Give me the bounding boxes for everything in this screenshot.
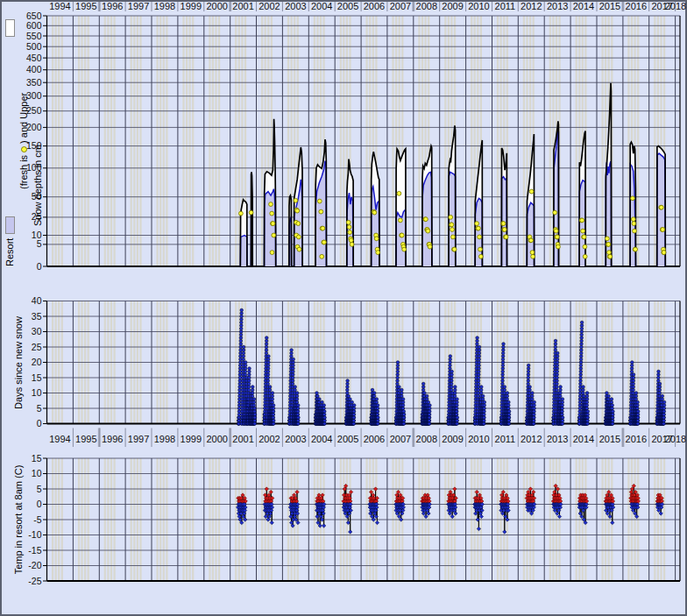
fresh-snow-dot — [452, 247, 457, 251]
y-tick-label: 5 — [37, 403, 42, 414]
fresh-snow-dot — [631, 217, 635, 222]
y-tick-label: 200 — [26, 122, 42, 132]
y-tick-label: 25 — [32, 211, 42, 222]
fresh-snow-dot — [478, 254, 483, 258]
snow-history-page: 0510255010015020025030035040045050055060… — [0, 0, 687, 616]
fresh-snow-dot — [399, 218, 403, 223]
y-tick-label: 150 — [26, 140, 42, 151]
y-tick-label: 550 — [26, 31, 42, 41]
fresh-snow-dot — [402, 247, 407, 251]
fresh-snow-dot — [478, 235, 482, 239]
fresh-snow-dot — [477, 226, 481, 230]
fresh-snow-dot — [271, 222, 275, 226]
fresh-snow-dot — [272, 233, 276, 237]
fresh-snow-dot — [296, 222, 301, 226]
year-label: 1996 — [102, 1, 123, 11]
y-tick-label: -25 — [28, 576, 41, 586]
year-label: 1994 — [49, 1, 70, 11]
fresh-snow-dot — [321, 226, 325, 230]
fresh-snow-dot — [269, 202, 273, 207]
fresh-snow-dot — [297, 235, 301, 239]
year-label: 1997 — [128, 434, 149, 444]
fresh-snow-dot — [451, 235, 456, 239]
top-year-band: 1994199519961997199819992000200120022003… — [49, 1, 686, 11]
year-label: 2008 — [416, 434, 437, 444]
fresh-snow-dot — [294, 198, 298, 202]
y-tick-label: 650 — [26, 11, 42, 21]
y-tick-label: 300 — [26, 90, 42, 101]
fresh-snow-dot — [450, 228, 455, 232]
year-label: 2013 — [547, 434, 568, 444]
y-tick-label: 600 — [26, 20, 42, 31]
temp-dot — [296, 520, 300, 524]
fresh-snow-dot — [606, 243, 611, 247]
year-label: 2002 — [259, 434, 280, 444]
fresh-snow-dot — [347, 225, 351, 230]
fresh-snow-dot — [501, 222, 506, 226]
resort-depth-fill — [579, 181, 585, 266]
fresh-snow-dot — [583, 254, 587, 258]
fresh-snow-dot — [607, 251, 612, 255]
fresh-snow-dot — [633, 229, 637, 233]
year-label: 1998 — [154, 1, 175, 11]
fresh-snow-dot — [631, 196, 635, 201]
y-tick-label: 0 — [37, 261, 42, 272]
fresh-snow-dot — [249, 210, 253, 215]
fresh-snow-dot — [554, 229, 558, 233]
fresh-snow-dot — [320, 254, 324, 258]
fresh-snow-dot — [270, 211, 274, 216]
y-tick-label: 20 — [32, 357, 42, 367]
fresh-snow-dot — [553, 210, 557, 215]
year-label: 2007 — [390, 1, 411, 11]
mid-year-band: 1994199519961997199819992000200120022003… — [49, 428, 686, 448]
year-label: 2000 — [206, 434, 227, 444]
fresh-snow-dot — [529, 238, 534, 243]
year-label: 2016 — [626, 434, 647, 444]
year-label: 2001 — [232, 434, 253, 444]
snow-season-2008 — [422, 146, 432, 266]
fresh-snow-dot — [478, 247, 483, 251]
year-label: 1999 — [181, 1, 202, 11]
year-label: 2011 — [495, 434, 516, 444]
fresh-snow-dot — [582, 235, 586, 239]
y-tick-label: 15 — [32, 372, 42, 383]
year-label: 2018 — [665, 1, 686, 11]
y-tick-label: 50 — [32, 191, 42, 202]
snow-season-2009 — [449, 125, 457, 266]
temp-dot — [349, 530, 352, 534]
year-label: 2008 — [416, 1, 437, 11]
year-label: 2014 — [573, 1, 594, 11]
year-label: 2006 — [364, 1, 385, 11]
year-label: 1995 — [75, 1, 96, 11]
year-label: 2003 — [285, 434, 306, 444]
fresh-snow-dot — [295, 209, 300, 213]
year-label: 2015 — [599, 434, 620, 444]
temp-dot — [270, 520, 273, 524]
fresh-snow-dot — [270, 251, 274, 255]
y-tick-label: 10 — [32, 468, 42, 478]
fresh-snow-dot — [581, 229, 585, 233]
fresh-snow-dot — [556, 244, 561, 249]
fresh-snow-dot — [428, 244, 432, 249]
year-label: 2009 — [442, 1, 463, 11]
y-tick-label: -20 — [28, 560, 41, 570]
fresh-snow-dot — [450, 223, 454, 227]
year-label: 2007 — [390, 434, 411, 444]
fresh-snow-dot — [319, 209, 323, 214]
year-label: 2018 — [665, 434, 686, 444]
fresh-snow-dot — [556, 235, 560, 239]
fresh-snow-dot — [475, 222, 479, 226]
fresh-snow-dot — [634, 247, 638, 251]
year-label: 1994 — [49, 434, 70, 444]
fresh-snow-dot — [504, 235, 508, 239]
temp-season-2017 — [655, 493, 664, 515]
fresh-snow-dot — [374, 237, 379, 241]
y-tick-label: 15 — [32, 453, 42, 464]
year-label: 2012 — [521, 1, 542, 11]
y-tick-label: 10 — [32, 387, 42, 398]
year-label: 2014 — [573, 434, 594, 444]
fresh-snow-dot — [372, 210, 377, 215]
y-tick-label: 0 — [37, 499, 42, 509]
resort-depth-fill — [265, 189, 276, 266]
year-label: 2010 — [468, 1, 489, 11]
